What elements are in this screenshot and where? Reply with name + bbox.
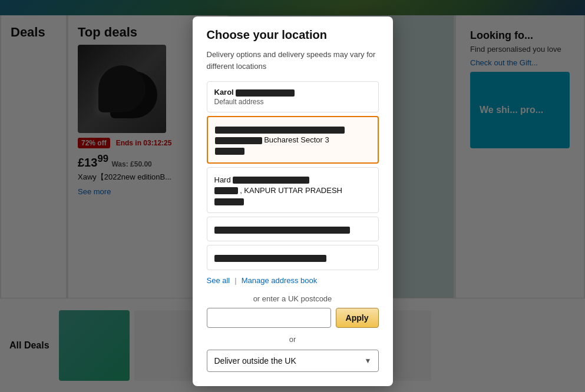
- see-all-link[interactable]: See all: [207, 276, 230, 285]
- deliver-outside-wrapper: Deliver outside the UK ▼: [207, 350, 379, 372]
- or-divider: or: [207, 335, 379, 344]
- address-redacted-4: [214, 227, 350, 234]
- address-item-5[interactable]: [207, 245, 379, 270]
- address-bucharest: Bucharest Sector 3: [264, 135, 329, 144]
- apply-button[interactable]: Apply: [336, 308, 379, 328]
- address-redacted-line2: [215, 137, 262, 144]
- address-text-4: [214, 224, 371, 235]
- postcode-row: Apply: [207, 308, 379, 328]
- address-redacted-3b: [214, 187, 238, 194]
- address-default-label: Default address: [214, 98, 371, 106]
- address-item-4[interactable]: [207, 217, 379, 241]
- address-redacted-line3: [215, 148, 244, 155]
- address-text-5: [214, 253, 371, 263]
- address-item-1[interactable]: Karol Default address: [207, 81, 379, 112]
- location-modal: Choose your location Delivery options an…: [193, 16, 393, 386]
- address-redacted-3a: [233, 177, 309, 184]
- address-kanpur: , KANPUR UTTAR PRADESH: [240, 186, 342, 195]
- postcode-label: or enter a UK postcode: [207, 294, 379, 303]
- links-divider: |: [234, 276, 236, 285]
- manage-address-link[interactable]: Manage address book: [242, 276, 318, 285]
- address-item-3[interactable]: Hard , KANPUR UTTAR PRADESH: [207, 167, 379, 214]
- address-links-row: See all | Manage address book: [207, 276, 379, 285]
- modal-title: Choose your location: [207, 28, 379, 42]
- address-name-redacted-1: [236, 89, 295, 97]
- address-redacted-line1: [215, 127, 345, 134]
- address-text-2: Bucharest Sector 3: [215, 124, 371, 157]
- modal-subtitle: Delivery options and delivery speeds may…: [207, 49, 379, 72]
- address-item-2[interactable]: Bucharest Sector 3: [207, 116, 379, 164]
- address-hard: Hard: [214, 175, 231, 184]
- address-redacted-3c: [214, 198, 244, 205]
- address-redacted-5: [214, 255, 326, 262]
- address-name-1: Karol: [214, 88, 371, 97]
- postcode-input[interactable]: [207, 308, 331, 328]
- deliver-outside-select[interactable]: Deliver outside the UK: [207, 350, 379, 372]
- address-text-3: Hard , KANPUR UTTAR PRADESH: [214, 175, 371, 207]
